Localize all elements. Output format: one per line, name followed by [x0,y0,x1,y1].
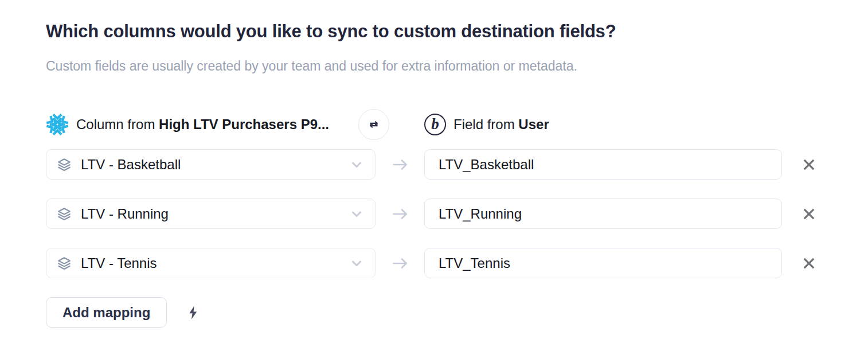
mapping-headers: Column from High LTV Purchasers P9... b … [46,109,868,140]
x-icon [801,255,817,271]
mapping-footer: Add mapping [46,297,868,328]
add-mapping-button[interactable]: Add mapping [46,297,167,328]
destination-field-input[interactable] [424,248,782,278]
destination-header-prefix: Field from [453,116,515,132]
source-column-select[interactable]: LTV - Tennis [46,248,376,278]
chevron-down-icon [349,255,365,271]
destination-field-input[interactable] [424,149,782,180]
arrow-right-icon [376,253,424,274]
remove-mapping-button[interactable] [799,204,819,224]
x-icon [801,206,817,222]
swap-arrows-icon [366,117,381,132]
braze-icon: b [424,114,446,135]
lightning-icon [186,305,200,320]
destination-header-name: User [518,116,549,132]
mapping-row: LTV - Basketball [46,149,868,180]
source-column-value: LTV - Running [81,206,169,222]
page-subtitle: Custom fields are usually created by you… [46,57,868,75]
source-header-name: High LTV Purchasers P9... [159,116,329,132]
remove-mapping-button[interactable] [799,155,819,174]
x-icon [801,157,817,173]
source-header-prefix: Column from [76,116,155,132]
sync-mapping-panel: Which columns would you like to sync to … [0,0,868,328]
suggest-mappings-button[interactable] [186,305,200,320]
layers-icon [57,207,72,221]
destination-header-label: Field from User [453,116,549,133]
mapping-row: LTV - Running [46,199,868,229]
arrow-right-icon [376,154,424,175]
source-header-label: Column from High LTV Purchasers P9... [76,116,329,133]
source-column-value: LTV - Basketball [81,157,181,173]
destination-header: b Field from User [424,114,549,135]
source-column-select[interactable]: LTV - Running [46,199,376,229]
source-header: Column from High LTV Purchasers P9... [46,113,376,136]
mapping-rows: LTV - Basketball [46,149,868,278]
braze-glyph: b [431,116,439,132]
snowflake-icon [46,113,69,136]
layers-icon [57,157,72,172]
source-column-value: LTV - Tennis [81,255,157,271]
page-title: Which columns would you like to sync to … [46,21,868,42]
mapping-row: LTV - Tennis [46,248,868,278]
arrow-right-icon [376,204,424,224]
layers-icon [57,256,72,271]
source-column-select[interactable]: LTV - Basketball [46,149,376,180]
remove-mapping-button[interactable] [799,254,819,273]
destination-field-input[interactable] [424,199,782,229]
chevron-down-icon [349,206,365,222]
chevron-down-icon [349,157,365,173]
swap-direction-button[interactable] [358,109,389,140]
